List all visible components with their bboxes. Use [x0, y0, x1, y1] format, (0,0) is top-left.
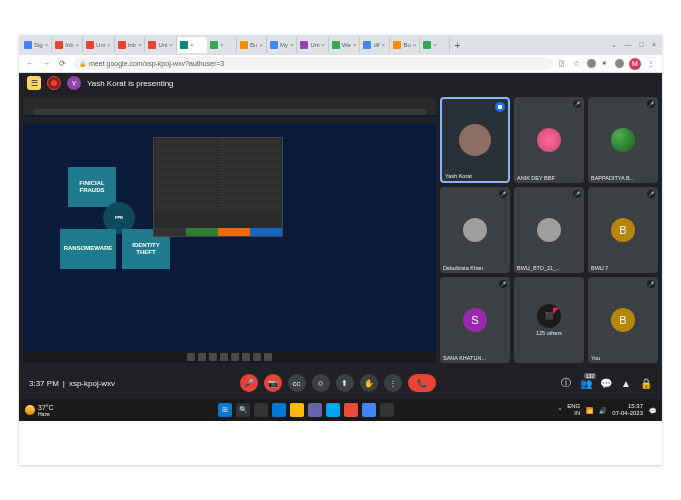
- profile-avatar[interactable]: M: [629, 58, 641, 70]
- mute-icon: 🎤: [573, 100, 581, 108]
- menu-icon[interactable]: ⋮: [646, 59, 656, 69]
- bookmark-icon[interactable]: ☆: [573, 59, 582, 68]
- leave-call-button[interactable]: 📞: [408, 374, 436, 392]
- share-icon[interactable]: ⍰: [559, 59, 568, 68]
- participant-tile[interactable]: 🎤 BWU_BTD_21_...: [514, 187, 584, 273]
- edge-icon[interactable]: [272, 403, 286, 417]
- close-icon[interactable]: ×: [138, 42, 142, 48]
- tab[interactable]: Sig×: [21, 37, 52, 53]
- captions-button[interactable]: cc: [288, 374, 306, 392]
- tab[interactable]: My×: [267, 37, 298, 53]
- favicon: [24, 41, 32, 49]
- wifi-icon[interactable]: 📶: [586, 407, 593, 414]
- new-tab-button[interactable]: +: [450, 40, 464, 51]
- tray-chevron-icon[interactable]: ^: [558, 407, 561, 413]
- tab[interactable]: Uni×: [297, 37, 329, 53]
- pin-button[interactable]: ☰: [27, 76, 41, 90]
- close-icon[interactable]: ×: [169, 42, 173, 48]
- close-icon[interactable]: ×: [45, 42, 49, 48]
- close-icon[interactable]: ×: [652, 41, 656, 49]
- banner-text: Yash Korat is presenting: [87, 79, 174, 88]
- tab[interactable]: Bu×: [237, 37, 267, 53]
- tab[interactable]: dif×: [360, 37, 390, 53]
- app-icon[interactable]: [344, 403, 358, 417]
- close-icon[interactable]: ×: [76, 42, 80, 48]
- tab[interactable]: Inb×: [115, 37, 146, 53]
- url-input[interactable]: 🔒 meet.google.com/xsp-kpoj-wxv?authuser=…: [73, 57, 553, 70]
- tab[interactable]: ×: [207, 37, 237, 53]
- tab[interactable]: ×: [420, 37, 450, 53]
- shared-screen[interactable]: FINICIALFRAUDS FPR RANSOMEWARE IDENTITYT…: [23, 97, 436, 363]
- people-button[interactable]: 👥132: [580, 377, 592, 389]
- raise-hand-button[interactable]: ✋: [360, 374, 378, 392]
- participant-tile[interactable]: 🎤 S SANA KHATUN...: [440, 277, 510, 363]
- app-icon[interactable]: [326, 403, 340, 417]
- more-options-button[interactable]: ⋮: [384, 374, 402, 392]
- extensions-icon[interactable]: ✴: [601, 59, 610, 68]
- favicon: [423, 41, 431, 49]
- participant-tile[interactable]: 🎤 ANIK DEY BBF: [514, 97, 584, 183]
- close-icon[interactable]: ×: [322, 42, 326, 48]
- favicon: [332, 41, 340, 49]
- chrome-icon[interactable]: [362, 403, 376, 417]
- minimize-icon[interactable]: —: [625, 41, 632, 49]
- tab-active[interactable]: ×: [177, 37, 207, 53]
- favicon: [210, 41, 218, 49]
- maximize-icon[interactable]: □: [640, 41, 644, 49]
- participant-name: ANIK DEY BBF: [517, 175, 555, 181]
- chat-button[interactable]: 💬: [600, 377, 612, 389]
- volume-icon[interactable]: 🔊: [599, 407, 606, 414]
- participant-tile[interactable]: 🎤 Debobrata Khan: [440, 187, 510, 273]
- close-icon[interactable]: ×: [433, 42, 437, 48]
- close-icon[interactable]: ×: [220, 42, 224, 48]
- lock-icon: 🔒: [79, 60, 86, 67]
- start-button[interactable]: ⊞: [218, 403, 232, 417]
- task-view-button[interactable]: [254, 403, 268, 417]
- close-icon[interactable]: ×: [353, 42, 357, 48]
- notifications-icon[interactable]: 💬: [649, 407, 656, 414]
- close-icon[interactable]: ×: [190, 42, 194, 48]
- participant-tile[interactable]: 🎤 B BWU 7: [588, 187, 658, 273]
- region: IN: [567, 410, 580, 417]
- participant-tile[interactable]: Yash Korat: [440, 97, 510, 183]
- extension-icon[interactable]: [587, 59, 596, 68]
- activities-button[interactable]: ▲: [620, 377, 632, 389]
- close-icon[interactable]: ×: [382, 42, 386, 48]
- tab[interactable]: Inb×: [52, 37, 83, 53]
- close-icon[interactable]: ×: [259, 42, 263, 48]
- clock[interactable]: 15:37 07-04-2023: [612, 403, 643, 416]
- video-grid: FINICIALFRAUDS FPR RANSOMEWARE IDENTITYT…: [19, 93, 662, 367]
- present-button[interactable]: ⬆: [336, 374, 354, 392]
- back-button[interactable]: ←: [25, 59, 35, 69]
- favicon: [363, 41, 371, 49]
- explorer-icon[interactable]: [290, 403, 304, 417]
- language[interactable]: ENG: [567, 403, 580, 410]
- camera-button[interactable]: 📷: [264, 374, 282, 392]
- tab[interactable]: Uni×: [145, 37, 177, 53]
- close-icon[interactable]: ×: [107, 42, 111, 48]
- microphone-button[interactable]: 🎤: [240, 374, 258, 392]
- weather-widget[interactable]: 37°C Haze: [25, 404, 54, 417]
- extension-icon[interactable]: [615, 59, 624, 68]
- participant-tile[interactable]: 🎤 BAPPADITYA B...: [588, 97, 658, 183]
- weather-temp: 37°C: [38, 404, 54, 411]
- search-button[interactable]: 🔍: [236, 403, 250, 417]
- info-button[interactable]: ⓘ: [560, 377, 572, 389]
- teams-icon[interactable]: [308, 403, 322, 417]
- app-icon[interactable]: [380, 403, 394, 417]
- reactions-button[interactable]: ☺: [312, 374, 330, 392]
- tab[interactable]: Bu×: [390, 37, 420, 53]
- others-tile[interactable]: ⬛◤ 125 others: [514, 277, 584, 363]
- record-button[interactable]: [47, 76, 61, 90]
- participant-name: BAPPADITYA B...: [591, 175, 634, 181]
- tab[interactable]: We×: [329, 37, 360, 53]
- reload-button[interactable]: ⟳: [57, 59, 67, 69]
- forward-button[interactable]: →: [41, 59, 51, 69]
- self-tile[interactable]: 🎤 B You: [588, 277, 658, 363]
- chevron-down-icon[interactable]: ⌄: [611, 41, 617, 49]
- tab[interactable]: Uni×: [83, 37, 115, 53]
- host-controls-button[interactable]: 🔒: [640, 377, 652, 389]
- close-icon[interactable]: ×: [290, 42, 294, 48]
- meeting-code: xsp-kpoj-wxv: [69, 379, 115, 388]
- close-icon[interactable]: ×: [413, 42, 417, 48]
